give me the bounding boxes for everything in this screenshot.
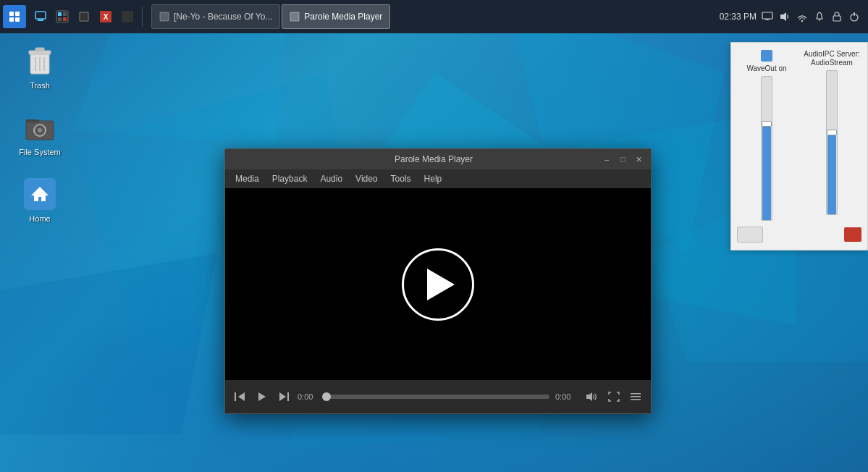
svg-marker-46	[31, 187, 49, 201]
svg-marker-31	[780, 12, 786, 21]
taskbar-notify-icon[interactable]	[813, 10, 826, 23]
channel1-slider[interactable]	[761, 76, 772, 221]
svg-rect-15	[38, 20, 43, 21]
volume-panel-bottom	[737, 227, 861, 243]
media-titlebar: Parole Media Player – □ ✕	[225, 149, 651, 169]
svg-rect-20	[63, 17, 67, 21]
volume-small-button[interactable]	[737, 227, 763, 243]
skip-forward-button[interactable]	[276, 389, 292, 405]
taskbar-lock-icon[interactable]	[830, 10, 843, 23]
menu-playback[interactable]: Playback	[266, 172, 313, 185]
taskbar-icon-5[interactable]	[117, 7, 138, 27]
volume-channels: WaveOut on AudioIPC Server: AudioStream	[737, 50, 861, 221]
filesystem-icon-image	[22, 110, 57, 145]
desktop-icons: Trash File System Home	[14, 41, 65, 226]
taskbar-separator	[142, 7, 143, 27]
svg-point-32	[801, 20, 803, 22]
menu-help[interactable]: Help	[418, 172, 448, 185]
taskbar-icon-4[interactable]: X	[96, 7, 116, 27]
trash-icon[interactable]: Trash	[14, 41, 65, 93]
taskbar-icon-1[interactable]	[30, 7, 51, 27]
channel2-slider[interactable]	[826, 70, 838, 215]
media-viewport[interactable]	[225, 188, 651, 380]
svg-marker-48	[238, 392, 245, 401]
taskbar-window-parole[interactable]: Parole Media Player	[282, 4, 390, 29]
taskbar-network-icon[interactable]	[796, 10, 809, 23]
svg-marker-50	[279, 392, 286, 401]
svg-rect-14	[35, 12, 46, 19]
svg-marker-52	[586, 392, 592, 401]
taskbar-left: X [Ne-Yo - Because Of Yo... Parole Media…	[3, 4, 390, 29]
play-button-circle[interactable]	[402, 248, 474, 321]
taskbar-volume-icon[interactable]	[778, 10, 791, 23]
svg-rect-19	[58, 17, 62, 21]
menu-tools[interactable]: Tools	[385, 172, 417, 185]
menu-audio[interactable]: Audio	[314, 172, 348, 185]
skip-back-button[interactable]	[232, 389, 248, 405]
media-close-button[interactable]: ✕	[632, 153, 645, 166]
volume-panel: WaveOut on AudioIPC Server: AudioStream	[730, 42, 868, 250]
taskbar-icon-3[interactable]	[74, 7, 94, 27]
home-icon-image	[22, 177, 57, 211]
svg-rect-18	[63, 12, 67, 16]
channel2-handle[interactable]	[827, 130, 837, 135]
home-label: Home	[29, 214, 50, 223]
svg-rect-47	[235, 392, 236, 401]
taskbar-power-icon[interactable]	[848, 10, 861, 23]
filesystem-label: File System	[19, 148, 60, 156]
svg-rect-13	[15, 17, 20, 22]
svg-rect-22	[80, 13, 88, 20]
svg-rect-51	[287, 392, 289, 401]
filesystem-icon[interactable]: File System	[14, 107, 65, 159]
taskbar-window-ne-yo[interactable]: [Ne-Yo - Because Of Yo...	[151, 4, 280, 29]
channel1-fill	[762, 127, 771, 220]
svg-point-44	[38, 128, 42, 132]
media-maximize-button[interactable]: □	[616, 153, 629, 166]
svg-marker-49	[258, 392, 266, 401]
media-player-window: Parole Media Player – □ ✕ Media Playback…	[224, 148, 652, 414]
channel1-icon	[761, 50, 772, 62]
home-icon[interactable]: Home	[14, 174, 65, 226]
taskbar-monitor-icon[interactable]	[761, 10, 774, 23]
channel1-handle[interactable]	[762, 121, 772, 127]
seek-handle[interactable]	[322, 392, 331, 401]
svg-rect-53	[631, 393, 641, 395]
volume-button[interactable]	[584, 389, 600, 405]
media-minimize-button[interactable]: –	[600, 153, 613, 166]
taskbar-time: 02:33 PM	[720, 12, 757, 22]
start-button[interactable]	[3, 5, 26, 28]
fullscreen-button[interactable]	[606, 389, 622, 405]
svg-rect-10	[9, 12, 14, 16]
taskbar-icon-2[interactable]	[52, 7, 72, 27]
volume-channel-1: WaveOut on	[737, 50, 796, 221]
media-window-controls: – □ ✕	[600, 153, 645, 166]
svg-rect-45	[26, 119, 39, 122]
menu-video[interactable]: Video	[350, 172, 383, 185]
volume-red-button[interactable]	[844, 227, 861, 242]
volume-channel-2: AudioIPC Server: AudioStream	[802, 50, 861, 221]
seek-bar[interactable]	[326, 395, 549, 399]
media-controls: 0:00 0:00	[225, 380, 651, 413]
svg-rect-17	[58, 12, 62, 16]
svg-rect-28	[762, 12, 772, 19]
play-pause-button[interactable]	[254, 389, 270, 405]
svg-rect-26	[160, 12, 169, 21]
taskbar-right: 02:33 PM	[720, 10, 865, 23]
svg-rect-12	[9, 17, 14, 22]
taskbar: X [Ne-Yo - Because Of Yo... Parole Media…	[0, 0, 868, 33]
time-total: 0:00	[555, 392, 578, 401]
menu-media[interactable]: Media	[229, 172, 265, 185]
svg-rect-54	[631, 396, 641, 397]
trash-icon-image	[22, 43, 57, 78]
play-triangle-icon	[427, 269, 455, 300]
trash-label: Trash	[30, 81, 50, 90]
channel1-label: WaveOut on	[746, 64, 786, 73]
channel2-fill	[827, 135, 836, 214]
media-window-title: Parole Media Player	[267, 154, 600, 164]
svg-text:X: X	[104, 13, 109, 21]
taskbar-windows: [Ne-Yo - Because Of Yo... Parole Media P…	[151, 4, 390, 29]
svg-rect-27	[290, 12, 299, 21]
svg-rect-33	[833, 16, 840, 21]
channel2-label: AudioIPC Server: AudioStream	[802, 50, 861, 67]
player-menu-button[interactable]	[628, 389, 644, 405]
